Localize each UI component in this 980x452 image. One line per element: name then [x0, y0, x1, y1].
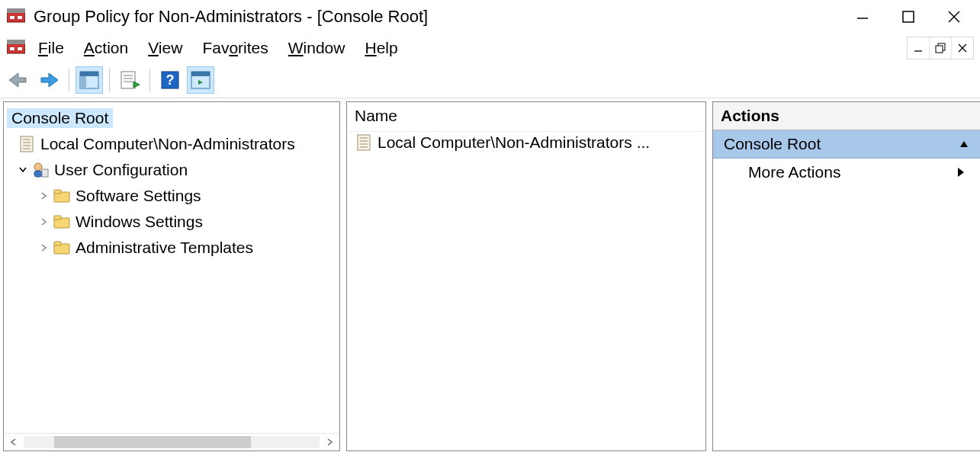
chevron-right-icon[interactable]: [37, 217, 51, 226]
tree-node-label: User Configuration: [54, 161, 188, 179]
svg-marker-26: [133, 82, 140, 88]
actions-pane: Actions Console Root More Actions: [712, 101, 980, 451]
actions-context-header[interactable]: Console Root: [713, 130, 980, 159]
menu-view[interactable]: View: [148, 39, 182, 57]
svg-rect-20: [80, 72, 98, 76]
scroll-left-button[interactable]: [5, 435, 22, 449]
svg-rect-8: [7, 43, 25, 53]
tree-node-admin-templates[interactable]: Administrative Templates: [7, 235, 336, 261]
mdi-close-button[interactable]: [951, 37, 973, 59]
folder-icon: [53, 188, 71, 204]
tree-node-windows[interactable]: Windows Settings: [7, 209, 336, 235]
svg-rect-32: [21, 136, 33, 152]
svg-rect-3: [18, 16, 22, 19]
svg-marker-18: [41, 73, 58, 87]
app-icon: [6, 8, 26, 26]
back-button[interactable]: [5, 66, 32, 94]
actions-more-label: More Actions: [748, 163, 840, 181]
folder-icon: [53, 239, 71, 256]
svg-rect-22: [121, 72, 135, 88]
menu-file[interactable]: File: [38, 39, 64, 57]
tree-node-software[interactable]: Software Settings: [7, 183, 336, 209]
tree-node-label: Software Settings: [76, 187, 201, 205]
maximize-button[interactable]: [885, 3, 931, 30]
svg-rect-9: [7, 40, 25, 44]
svg-rect-2: [10, 16, 14, 19]
svg-rect-21: [80, 76, 86, 88]
svg-point-37: [34, 163, 42, 171]
svg-rect-41: [54, 190, 61, 194]
svg-rect-39: [42, 169, 48, 177]
scrollbar-track[interactable]: [24, 436, 320, 448]
svg-rect-38: [34, 171, 42, 177]
svg-marker-17: [9, 73, 26, 87]
collapse-icon[interactable]: [959, 139, 969, 149]
user-config-icon: [31, 162, 50, 178]
svg-text:?: ?: [166, 72, 175, 88]
svg-rect-43: [54, 216, 61, 220]
tree-node-user-config[interactable]: User Configuration: [7, 157, 336, 183]
show-hide-tree-button[interactable]: [76, 66, 103, 94]
actions-more[interactable]: More Actions: [713, 159, 980, 186]
svg-rect-45: [54, 242, 61, 245]
policy-doc-icon: [355, 134, 373, 151]
chevron-right-icon[interactable]: [37, 243, 51, 252]
forward-button[interactable]: [35, 66, 63, 94]
export-list-button[interactable]: [116, 66, 143, 94]
list-item-label: Local Computer\Non-Administrators ...: [378, 133, 650, 152]
svg-rect-5: [903, 11, 914, 22]
app-icon-small: [6, 39, 26, 57]
window-title: Group Policy for Non-Administrators - [C…: [34, 7, 428, 27]
scrollbar-thumb[interactable]: [54, 436, 251, 448]
tree-node-label: Windows Settings: [76, 213, 203, 231]
list-pane: Name Local Computer\Non-Administrators .…: [346, 101, 706, 451]
list-column-name[interactable]: Name: [347, 102, 705, 132]
tree-pane: Console Root Local Computer\Non-Administ…: [3, 101, 340, 451]
actions-context-label: Console Root: [724, 135, 821, 153]
policy-doc-icon: [18, 136, 36, 152]
menu-favorites[interactable]: Favorites: [202, 39, 268, 57]
chevron-down-icon[interactable]: [16, 165, 30, 175]
close-button[interactable]: [931, 3, 977, 30]
folder-icon: [53, 213, 71, 230]
show-hide-action-pane-button[interactable]: [187, 66, 214, 94]
tree-node-policy[interactable]: Local Computer\Non-Administrators: [7, 131, 336, 157]
tree-root[interactable]: Console Root: [7, 108, 113, 128]
svg-rect-14: [936, 46, 943, 53]
tree-node-label: Local Computer\Non-Administrators: [40, 135, 295, 153]
svg-rect-11: [18, 47, 22, 50]
svg-rect-1: [7, 8, 25, 13]
list-item[interactable]: Local Computer\Non-Administrators ...: [347, 132, 705, 153]
chevron-right-icon[interactable]: [37, 191, 51, 200]
svg-marker-51: [960, 141, 968, 147]
scroll-right-button[interactable]: [321, 435, 338, 449]
menu-action[interactable]: Action: [84, 39, 128, 57]
mdi-minimize-button[interactable]: [908, 37, 929, 59]
svg-rect-0: [7, 11, 25, 22]
menu-window[interactable]: Window: [288, 39, 345, 57]
actions-pane-header: Actions: [713, 102, 980, 130]
svg-rect-46: [358, 135, 370, 150]
minimize-button[interactable]: [840, 3, 885, 30]
svg-rect-30: [191, 72, 210, 76]
submenu-arrow-icon: [957, 167, 965, 178]
help-button[interactable]: ?: [156, 66, 184, 94]
svg-marker-52: [958, 168, 964, 177]
mdi-restore-button[interactable]: [929, 37, 951, 59]
svg-rect-10: [10, 47, 14, 50]
menu-help[interactable]: Help: [365, 39, 397, 57]
tree-node-label: Administrative Templates: [76, 239, 253, 257]
